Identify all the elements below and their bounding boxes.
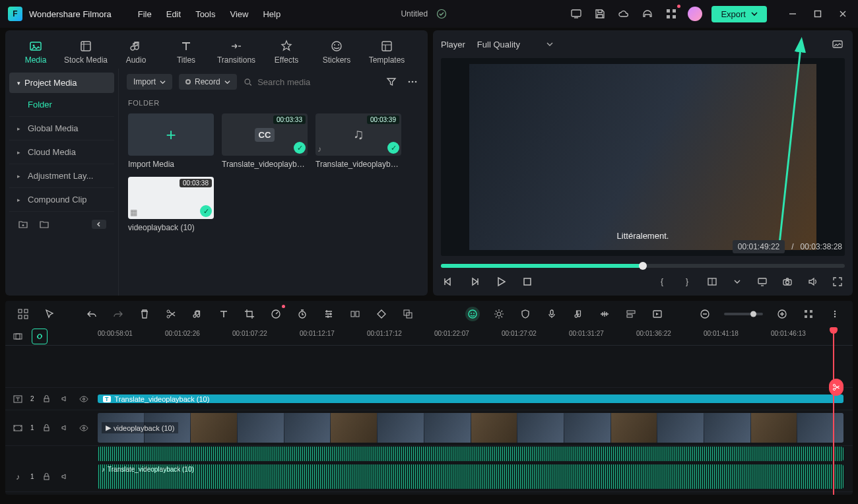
keyframe-icon[interactable] [374,307,389,321]
menu-view[interactable]: View [230,9,248,19]
tab-audio[interactable]: Audio [112,36,160,69]
apps-grid-icon[interactable] [664,7,678,21]
user-avatar[interactable] [688,7,702,21]
marker-tool-icon[interactable] [597,307,612,321]
menu-help[interactable]: Help [263,9,280,19]
lock-icon[interactable] [41,471,53,483]
lock-icon[interactable] [41,422,53,434]
layout-icon[interactable] [705,274,719,289]
sidebar-global-media[interactable]: Global Media [9,116,114,140]
step-forward-icon[interactable] [467,274,482,289]
tab-effects[interactable]: Effects [263,36,310,69]
redo-icon[interactable] [111,307,125,321]
tl-grid-icon[interactable] [16,307,30,321]
undo-icon[interactable] [84,307,99,321]
color-match-icon[interactable] [348,307,362,321]
align-icon[interactable] [624,307,638,321]
media-item-subtitle[interactable]: 00:03:33 CC ✓ Translate_videoplayba... [222,113,308,169]
split-icon[interactable] [164,307,178,321]
shield-icon[interactable] [518,307,533,321]
headset-icon[interactable] [640,7,655,21]
timeline-ruler[interactable]: 00:00:58:0100:01:02:2600:01:07:22 00:01:… [5,327,853,346]
player-tab[interactable]: Player [441,40,465,49]
zoom-in-icon[interactable] [775,307,789,321]
save-icon[interactable] [593,7,607,21]
menu-file[interactable]: File [138,9,152,19]
quality-selector[interactable]: Full Quality [477,40,553,49]
tab-templates[interactable]: Templates [363,36,411,69]
mic-icon[interactable] [544,307,559,321]
tab-stickers[interactable]: Stickers [313,36,360,69]
prev-frame-icon[interactable] [441,274,455,289]
track-type-text-icon[interactable] [12,393,24,405]
export-button[interactable]: Export [711,6,767,22]
ai-face-icon[interactable] [465,307,480,321]
tab-stock-media[interactable]: Stock Media [62,36,110,69]
timeline-playhead[interactable] [833,327,834,495]
display-icon[interactable] [569,7,583,21]
fullscreen-icon[interactable] [830,274,845,289]
tab-transitions[interactable]: Transitions [213,36,260,69]
import-dropdown[interactable]: Import [127,74,172,90]
minimize-icon[interactable] [785,7,800,21]
zoom-out-icon[interactable] [698,307,712,321]
video-clip[interactable]: ▶videoplayback (10) [98,413,843,443]
search-media[interactable] [244,77,378,87]
crop-icon[interactable] [242,307,257,321]
sidebar-compound-clip[interactable]: Compound Clip [9,187,114,211]
subtitle-clip[interactable]: T Translate_videoplayback (10) [98,394,843,403]
mute-icon[interactable] [59,471,71,483]
tl-more-icon[interactable] [828,307,842,321]
video-audio-clip[interactable] [98,447,843,461]
lock-icon[interactable] [41,393,53,405]
import-media-tile[interactable]: + Import Media [128,113,214,169]
play-icon[interactable] [494,274,508,289]
adjust-color-icon[interactable] [492,307,506,321]
eye-icon[interactable] [78,422,90,434]
record-dropdown[interactable]: Record [179,74,237,90]
mark-out-icon[interactable]: } [680,274,694,289]
tab-titles[interactable]: Titles [162,36,210,69]
zoom-slider[interactable] [724,313,764,315]
tab-media[interactable]: Media [12,36,59,69]
snapshot-gallery-icon[interactable] [830,37,845,51]
track-type-audio-icon[interactable]: ♪ [12,471,24,483]
mark-in-icon[interactable]: { [655,274,669,289]
link-icon[interactable] [32,329,48,344]
audio-note-icon[interactable] [571,307,585,321]
close-icon[interactable] [836,7,850,21]
playhead-cut-icon[interactable] [829,379,843,396]
monitor-icon[interactable] [755,274,770,289]
adjust-icon[interactable] [321,307,336,321]
scrubber-handle[interactable] [639,262,647,270]
new-folder-icon[interactable] [17,218,29,230]
list-view-icon[interactable] [801,307,816,321]
eye-icon[interactable] [78,393,90,405]
filter-icon[interactable] [384,75,399,89]
camera-icon[interactable] [780,274,795,289]
menu-tools[interactable]: Tools [195,9,215,19]
cloud-icon[interactable] [616,7,631,21]
stop-icon[interactable] [520,274,535,289]
group-icon[interactable] [401,307,415,321]
search-input[interactable] [257,77,378,87]
sidebar-folder[interactable]: Folder [9,93,114,116]
sidebar-adjustment-layer[interactable]: Adjustment Lay... [9,164,114,187]
sidebar-cloud-media[interactable]: Cloud Media [9,140,114,164]
mute-icon[interactable] [59,393,71,405]
track-type-video-icon[interactable] [12,422,24,434]
ruler-toggle-icon[interactable] [12,331,24,342]
cursor-tool-icon[interactable] [42,307,57,321]
mute-icon[interactable] [59,422,71,434]
media-item-audio[interactable]: 00:03:39 ♫ ♪ ✓ Translate_videoplayba... [315,113,401,169]
music-beat-icon[interactable] [190,307,205,321]
video-preview[interactable]: Littéralement. [441,58,845,256]
chevron-down-icon[interactable] [730,274,744,289]
more-icon[interactable] [405,75,420,89]
maximize-icon[interactable] [810,7,825,21]
sidebar-project-media[interactable]: ▾Project Media [9,73,114,93]
render-icon[interactable] [650,307,665,321]
menu-edit[interactable]: Edit [166,9,181,19]
timer-icon[interactable] [295,307,310,321]
zoom-handle[interactable] [750,311,756,317]
